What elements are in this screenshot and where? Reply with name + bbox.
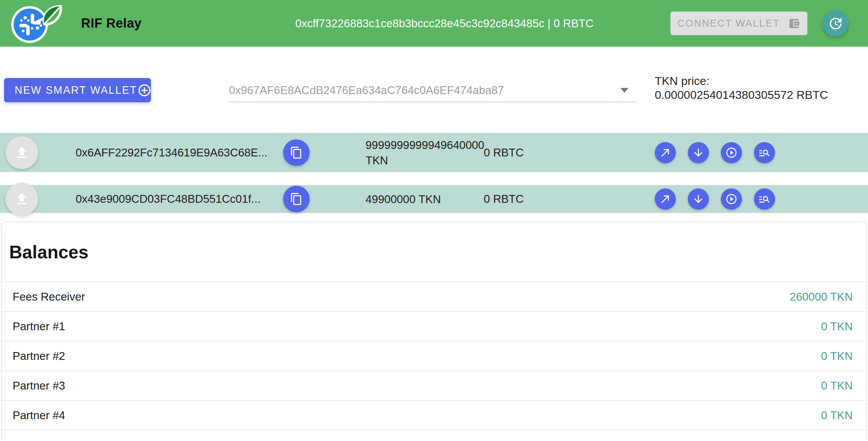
wallet-address: 0x43e9009CD03FC48BD551Cc01f... (76, 193, 261, 206)
execute-button[interactable] (721, 142, 742, 163)
rif-logo-svg (10, 3, 67, 45)
caret-down-icon (620, 88, 629, 93)
smart-wallet-select[interactable]: 0x967AF6E8ACdB2476Ea634aC764c0A6EF474aba… (229, 79, 636, 102)
balance-label: Partner #2 (13, 350, 65, 363)
balance-label: Fees Receiver (13, 290, 85, 303)
balance-value: 260000 TKN (790, 290, 853, 303)
smart-wallet-row: 0x6AFF2292Fc7134619E9A63C68E... 99999999… (0, 133, 868, 172)
balance-row: Partner #1 0 TKN (2, 311, 866, 341)
receive-button[interactable] (688, 188, 709, 210)
balance-row: Partner #3 0 TKN (2, 370, 866, 400)
rif-relay-logo-icon (10, 3, 67, 45)
app-title: RIF Relay (81, 16, 142, 31)
arrow-down-icon (692, 147, 704, 159)
smart-wallet-row: 0x43e9009CD03FC48BD551Cc01f... 49900000 … (0, 185, 868, 213)
balances-card: Balances Fees Receiver 260000 TKN Partne… (1, 222, 867, 440)
inspect-button[interactable] (754, 188, 775, 210)
balance-value: 0 TKN (821, 320, 853, 333)
copy-address-button[interactable] (283, 139, 310, 166)
arrow-down-icon (692, 193, 704, 205)
new-smart-wallet-label: NEW SMART WALLET (15, 84, 137, 96)
new-smart-wallet-button[interactable]: NEW SMART WALLET (4, 78, 151, 102)
wallet-icon (788, 17, 800, 30)
wallet-rbtc-balance: 0 RBTC (484, 146, 524, 159)
call-made-icon (659, 147, 671, 159)
copy-icon (290, 193, 303, 206)
header-account-info: 0xcff73226883c1ce8b3bccc28e45c3c92c84348… (295, 17, 594, 30)
balance-row: Partner #4 0 TKN (2, 400, 866, 430)
add-circle-icon (137, 83, 152, 97)
balance-row: Partner #2 0 TKN (2, 341, 866, 370)
token-price: TKN price: 0.00000254014380305572 RBTC (655, 74, 828, 102)
copy-address-button[interactable] (283, 186, 310, 212)
balance-value: 0 TKN (821, 409, 853, 422)
wallet-row-actions (655, 188, 775, 210)
wallet-row-actions (655, 142, 775, 163)
transfer-button[interactable] (655, 188, 676, 210)
token-price-label: TKN price: (655, 74, 828, 88)
token-price-value: 0.00000254014380305572 RBTC (655, 88, 828, 102)
smart-wallet-select-value: 0x967AF6E8ACdB2476Ea634aC764c0A6EF474aba… (229, 84, 504, 97)
wallet-token-balance: 49900000 TKN (366, 192, 492, 207)
receive-button[interactable] (688, 142, 709, 163)
deploy-wallet-button[interactable] (5, 136, 38, 169)
balance-row: Fees Receiver 260000 TKN (2, 282, 866, 311)
balance-label: Partner #3 (13, 379, 65, 392)
play-circle-icon (725, 147, 738, 159)
deploy-wallet-button[interactable] (5, 183, 38, 215)
balance-label: Partner #4 (13, 409, 65, 422)
refresh-button[interactable] (822, 10, 849, 36)
execute-button[interactable] (721, 188, 742, 210)
manage-search-icon (758, 147, 771, 159)
balance-value: 0 TKN (821, 379, 853, 392)
wallet-address: 0x6AFF2292Fc7134619E9A63C68E... (76, 146, 267, 159)
balance-value: 0 TKN (821, 350, 853, 363)
connect-wallet-button[interactable]: CONNECT WALLET (670, 12, 807, 35)
wallet-rbtc-balance: 0 RBTC (484, 193, 524, 206)
update-icon (828, 16, 843, 31)
manage-search-icon (758, 193, 771, 205)
inspect-button[interactable] (754, 142, 775, 163)
balance-row (2, 430, 866, 440)
wallet-token-balance: 9999999999949640000 TKN (366, 137, 492, 168)
connect-wallet-label: CONNECT WALLET (678, 18, 780, 29)
smart-wallet-toolbar: NEW SMART WALLET 0x967AF6E8ACdB2476Ea634… (0, 47, 868, 103)
app-header: RIF Relay 0xcff73226883c1ce8b3bccc28e45c… (0, 0, 868, 47)
call-made-icon (659, 193, 671, 205)
play-circle-icon (725, 193, 738, 205)
balance-label: Partner #1 (13, 320, 65, 333)
balances-title: Balances (2, 222, 866, 282)
upload-icon (14, 191, 30, 207)
rif-relay-page: RIF Relay 0xcff73226883c1ce8b3bccc28e45c… (0, 0, 868, 441)
copy-icon (290, 146, 303, 159)
upload-icon (14, 145, 30, 161)
transfer-button[interactable] (655, 142, 676, 163)
